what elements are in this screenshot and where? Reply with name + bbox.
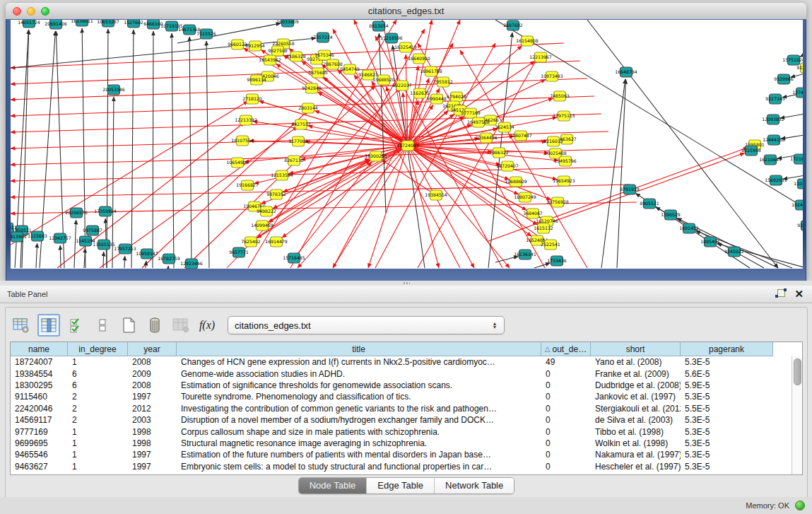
- short-cell[interactable]: Dudbridge et al. (2008): [591, 380, 681, 390]
- column-header-title[interactable]: title: [177, 342, 541, 356]
- graph-node[interactable]: 20053346: [102, 85, 125, 95]
- graph-node[interactable]: 8322037: [392, 81, 412, 90]
- graph-node[interactable]: 7515526: [196, 29, 216, 39]
- graph-node[interactable]: 1095401: [700, 237, 720, 247]
- graph-node[interactable]: 8791919: [620, 185, 640, 194]
- rows-icon[interactable]: [93, 315, 112, 335]
- column-header-in_degree[interactable]: in_degree: [68, 342, 128, 356]
- short-cell[interactable]: Franke et al. (2009): [591, 369, 681, 379]
- table-row[interactable]: 911546021997Tourette syndrome. Phenomeno…: [11, 391, 792, 402]
- table-row[interactable]: 2242004622012Investigating the contribut…: [11, 403, 792, 414]
- year-cell[interactable]: 1997: [128, 450, 177, 460]
- year-cell[interactable]: 1998: [128, 427, 177, 437]
- short-cell[interactable]: Nakamura et al. (1997): [591, 450, 681, 460]
- graph-node[interactable]: 7986322: [489, 148, 509, 158]
- table-selector-dropdown[interactable]: citations_edges.txt ▲▼: [228, 316, 505, 334]
- short-cell[interactable]: Wolkin et al. (1998): [591, 438, 681, 448]
- graph-node[interactable]: 16782759: [158, 254, 180, 264]
- name-cell[interactable]: 9465546: [11, 450, 68, 460]
- graph-node[interactable]: 16210643: [759, 155, 782, 165]
- graph-node[interactable]: 9329966: [774, 74, 794, 84]
- out_degree-cell[interactable]: 0: [541, 438, 591, 448]
- pagerank-cell[interactable]: 5.3E-5: [681, 415, 773, 425]
- split-handle-icon[interactable]: [403, 282, 410, 284]
- pagerank-cell[interactable]: 5.3E-5: [681, 357, 773, 367]
- function-builder-icon[interactable]: f(x): [197, 315, 217, 335]
- graph-node[interactable]: 10807487: [510, 131, 532, 141]
- year-cell[interactable]: 2008: [128, 357, 177, 367]
- pagerank-cell[interactable]: 5.6E-5: [681, 369, 773, 379]
- graph-node[interactable]: 7485063: [550, 91, 570, 101]
- graph-node[interactable]: 9657771: [229, 247, 249, 257]
- graph-node[interactable]: 20364436: [475, 133, 498, 143]
- in_degree-cell[interactable]: 2: [68, 415, 128, 425]
- title-cell[interactable]: Corpus callosum shape and size in male p…: [177, 427, 541, 437]
- name-cell[interactable]: 9115460: [11, 392, 68, 402]
- graph-node[interactable]: 2522541: [541, 240, 560, 250]
- column-header-name[interactable]: name: [11, 342, 68, 356]
- graph-node[interactable]: 1115683: [28, 231, 47, 241]
- float-panel-icon[interactable]: [775, 288, 787, 300]
- year-cell[interactable]: 1997: [128, 462, 177, 472]
- in_degree-cell[interactable]: 1: [68, 357, 128, 367]
- title-cell[interactable]: Changes of HCN gene expression and I(f) …: [177, 357, 541, 367]
- short-cell[interactable]: Yano et al. (2008): [591, 357, 681, 367]
- select-all-icon[interactable]: [66, 315, 86, 335]
- graph-node[interactable]: 1721685: [790, 154, 803, 164]
- title-cell[interactable]: Estimation of significance thresholds fo…: [177, 380, 541, 390]
- table-row[interactable]: 1456911722003Disruption of a novel membe…: [11, 414, 792, 426]
- close-panel-icon[interactable]: ✕: [794, 288, 804, 300]
- in_degree-cell[interactable]: 1: [68, 450, 128, 460]
- graph-node[interactable]: 18107554: [231, 136, 254, 146]
- short-cell[interactable]: Hescheler et al. (1997): [591, 462, 681, 472]
- graph-node[interactable]: 12923446: [180, 259, 203, 269]
- name-cell[interactable]: 9463627: [11, 462, 68, 472]
- graph-node[interactable]: 8912954: [245, 41, 265, 51]
- year-cell[interactable]: 1997: [128, 392, 177, 402]
- graph-node[interactable]: 9227343: [765, 94, 785, 104]
- pagerank-cell[interactable]: 5.3E-5: [681, 438, 773, 448]
- out_degree-cell[interactable]: 0: [541, 450, 591, 460]
- graph-node[interactable]: 8267130: [284, 156, 304, 165]
- graph-node[interactable]: 16543962: [259, 55, 281, 65]
- graph-node[interactable]: 2803144: [298, 103, 318, 113]
- graph-node[interactable]: 12213392: [235, 115, 257, 125]
- column-header-pagerank[interactable]: pagerank: [681, 342, 773, 356]
- scrollbar-thumb[interactable]: [794, 358, 801, 385]
- graph-node[interactable]: 10958147: [136, 249, 158, 259]
- graph-node[interactable]: 16033809: [276, 20, 299, 27]
- name-cell[interactable]: 22420046: [11, 404, 68, 414]
- year-cell[interactable]: 2012: [128, 404, 177, 414]
- graph-node[interactable]: 3624534: [495, 122, 514, 132]
- graph-node[interactable]: 14055724: [18, 20, 40, 28]
- name-cell[interactable]: 9699695: [11, 438, 68, 448]
- out_degree-cell[interactable]: 0: [541, 415, 591, 425]
- name-cell[interactable]: 18724007: [11, 357, 68, 367]
- graph-node[interactable]: 1733436: [547, 256, 567, 266]
- graph-node[interactable]: 7357224: [313, 33, 333, 42]
- out_degree-cell[interactable]: 0: [541, 369, 591, 379]
- name-cell[interactable]: 14569117: [11, 415, 68, 425]
- citation-graph[interactable]: 1872400718300295966012389129542226055898…: [11, 20, 803, 269]
- delete-table-icon[interactable]: [145, 315, 165, 335]
- tab-node-table[interactable]: Node Table: [299, 478, 367, 493]
- graph-node[interactable]: 9827508: [268, 46, 288, 56]
- pagerank-cell[interactable]: 5.5E-5: [681, 404, 773, 414]
- graph-node[interactable]: 20206576: [65, 208, 88, 218]
- graph-node[interactable]: 15716485: [283, 253, 305, 263]
- graph-node[interactable]: 17957253: [114, 244, 136, 254]
- graph-node[interactable]: 16648784: [615, 67, 637, 77]
- out_degree-cell[interactable]: 49: [541, 357, 591, 367]
- out_degree-cell[interactable]: 0: [541, 404, 591, 414]
- graph-node[interactable]: 3913901: [11, 232, 27, 242]
- in_degree-cell[interactable]: 2: [68, 404, 128, 414]
- graph-node[interactable]: 8454749: [340, 64, 360, 74]
- graph-node[interactable]: 9975887: [83, 226, 102, 235]
- vertical-scrollbar[interactable]: [792, 356, 802, 474]
- name-cell[interactable]: 9777169: [11, 427, 68, 437]
- short-cell[interactable]: Tibbo et al. (1998): [591, 427, 681, 437]
- pagerank-cell[interactable]: 5.3E-5: [681, 450, 773, 460]
- graph-node[interactable]: 20691406: [45, 20, 67, 29]
- in_degree-cell[interactable]: 6: [68, 369, 128, 379]
- table-row[interactable]: 1938455462009Genome-wide association stu…: [11, 368, 792, 379]
